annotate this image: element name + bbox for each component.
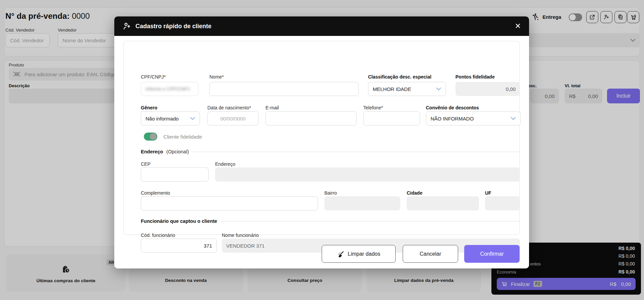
loyalty-points-value: 0,00 bbox=[506, 86, 516, 92]
address-section-title: Endereço bbox=[141, 149, 163, 154]
gender-label: Gênero bbox=[141, 105, 157, 110]
modal-title: Cadastro rápido de cliente bbox=[135, 23, 211, 30]
birthdate-label: Data de nascimento* bbox=[207, 105, 251, 110]
state-input bbox=[485, 196, 520, 210]
phone-label: Telefone* bbox=[363, 105, 383, 110]
chevron-down-icon bbox=[436, 87, 441, 91]
discount-agreement-value: NÃO INFORMADO bbox=[431, 116, 474, 121]
cpf-label: CPF/CNPJ* bbox=[141, 74, 166, 80]
gender-select[interactable]: Não informado bbox=[141, 111, 200, 126]
district-label: Bairro bbox=[324, 190, 337, 196]
classification-value: MELHOR IDADE bbox=[373, 86, 411, 92]
employee-code-input[interactable] bbox=[141, 239, 217, 253]
chevron-down-icon bbox=[190, 117, 195, 120]
classification-select[interactable]: MELHOR IDADE bbox=[368, 82, 446, 96]
gender-value: Não informado bbox=[146, 116, 178, 121]
loyalty-points-input: 0,00 bbox=[455, 82, 520, 96]
loyalty-toggle-knob bbox=[150, 133, 157, 140]
employee-section-header: Funcionário que captou o cliente bbox=[141, 218, 520, 224]
complement-field[interactable] bbox=[146, 201, 313, 206]
address-label: Endereço bbox=[215, 161, 235, 167]
divider bbox=[220, 221, 520, 221]
divider bbox=[192, 152, 520, 152]
cpf-input[interactable]: Informe o CPF/CNPJ bbox=[141, 82, 198, 96]
confirm-button[interactable]: Confirmar bbox=[464, 245, 520, 263]
employee-code-label: Cód. funcionário bbox=[141, 233, 175, 238]
classification-label: Classificação desc. especial bbox=[368, 74, 431, 80]
complement-label: Complemento bbox=[141, 190, 170, 196]
cep-field[interactable] bbox=[146, 172, 204, 178]
phone-field[interactable] bbox=[368, 116, 415, 121]
loyalty-points-label: Pontos fidelidade bbox=[455, 74, 495, 80]
phone-input[interactable] bbox=[363, 111, 420, 126]
modal-header: Cadastro rápido de cliente ✕ bbox=[114, 16, 529, 36]
confirm-label: Confirmar bbox=[480, 251, 504, 257]
clear-data-button[interactable]: Limpar dados bbox=[322, 245, 396, 263]
discount-agreement-label: Convênio de descontos bbox=[426, 105, 479, 110]
quick-customer-modal: Cadastro rápido de cliente ✕ CPF/CNPJ* I… bbox=[114, 16, 529, 268]
district-input bbox=[324, 196, 400, 210]
email-input[interactable] bbox=[266, 111, 357, 126]
cancel-button[interactable]: Cancelar bbox=[403, 245, 458, 263]
address-section-suffix: (Opcional) bbox=[166, 149, 189, 154]
cpf-placeholder: Informe o CPF/CNPJ bbox=[146, 86, 190, 92]
loyalty-toggle[interactable] bbox=[144, 133, 157, 141]
name-label: Nome* bbox=[209, 74, 224, 80]
loyalty-toggle-label: Cliente fidelidade bbox=[163, 134, 202, 140]
city-label: Cidade bbox=[407, 190, 422, 196]
address-input bbox=[215, 167, 520, 182]
birthdate-field[interactable] bbox=[212, 116, 254, 121]
cancel-label: Cancelar bbox=[419, 251, 441, 257]
email-label: E-mail bbox=[266, 105, 279, 110]
clear-data-label: Limpar dados bbox=[348, 251, 380, 257]
employee-name-label: Nome funcionário bbox=[222, 233, 259, 238]
birthdate-input[interactable] bbox=[207, 111, 258, 126]
chevron-down-icon bbox=[511, 117, 516, 120]
broom-icon bbox=[337, 250, 345, 258]
name-input[interactable] bbox=[209, 82, 359, 96]
name-field[interactable] bbox=[214, 86, 354, 92]
modal-form-card: CPF/CNPJ* Informe o CPF/CNPJ Nome* Class… bbox=[123, 41, 520, 235]
cep-input[interactable] bbox=[141, 167, 209, 182]
address-section-header: Endereço (Opcional) bbox=[141, 149, 520, 154]
complement-input[interactable] bbox=[141, 196, 318, 210]
city-input bbox=[407, 196, 479, 210]
employee-code-field[interactable] bbox=[146, 243, 212, 249]
close-icon[interactable]: ✕ bbox=[515, 22, 521, 30]
discount-agreement-select[interactable]: NÃO INFORMADO bbox=[426, 111, 521, 126]
state-label: UF bbox=[485, 190, 491, 196]
employee-name-value: VENDEDOR 371 bbox=[226, 243, 265, 249]
email-field[interactable] bbox=[270, 116, 352, 121]
person-add-icon bbox=[122, 22, 131, 31]
cep-label: CEP bbox=[141, 161, 151, 167]
employee-section-title: Funcionário que captou o cliente bbox=[141, 218, 217, 224]
